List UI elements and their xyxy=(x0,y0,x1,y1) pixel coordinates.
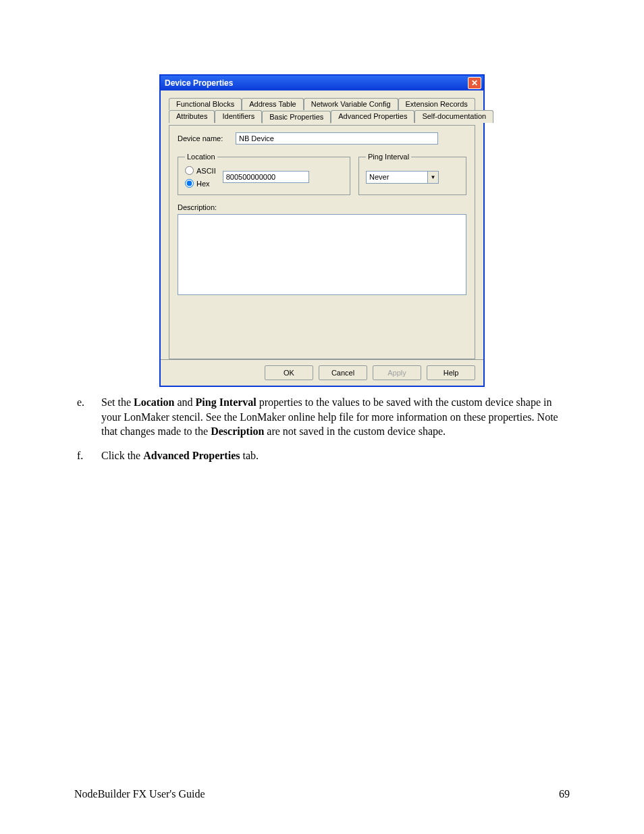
footer-page-number: 69 xyxy=(559,788,570,800)
description-label: Description: xyxy=(178,203,236,211)
tab-self-documentation[interactable]: Self-documentation xyxy=(414,110,493,123)
dialog-client-area: Functional Blocks Address Table Network … xyxy=(161,90,483,359)
tab-functional-blocks[interactable]: Functional Blocks xyxy=(169,98,242,110)
tab-network-variable-config[interactable]: Network Variable Config xyxy=(304,98,398,110)
location-group: Location ASCII Hex xyxy=(178,153,350,195)
tab-address-table[interactable]: Address Table xyxy=(242,98,304,110)
tab-panel: Device name: Location ASCII Hex Ping Int… xyxy=(169,125,475,359)
location-legend: Location xyxy=(185,153,217,161)
footer-left: NodeBuilder FX User's Guide xyxy=(74,788,205,800)
device-properties-dialog: Device Properties ✕ Functional Blocks Ad… xyxy=(159,74,485,387)
ping-interval-legend: Ping Interval xyxy=(366,153,411,161)
step-f: f. Click the Advanced Properties tab. xyxy=(74,448,570,463)
window-title: Device Properties xyxy=(165,78,233,88)
tab-advanced-properties[interactable]: Advanced Properties xyxy=(331,110,414,123)
tab-attributes[interactable]: Attributes xyxy=(169,110,215,123)
ping-interval-group: Ping Interval Never ▼ xyxy=(358,153,466,195)
ok-button[interactable]: OK xyxy=(265,365,313,380)
help-button[interactable]: Help xyxy=(427,365,475,380)
location-value-input[interactable] xyxy=(223,171,309,183)
page-footer: NodeBuilder FX User's Guide 69 xyxy=(74,788,570,800)
chevron-down-icon: ▼ xyxy=(427,172,438,183)
apply-button[interactable]: Apply xyxy=(373,365,421,380)
button-bar: OK Cancel Apply Help xyxy=(161,359,483,386)
cancel-button[interactable]: Cancel xyxy=(319,365,367,380)
ping-interval-select[interactable]: Never ▼ xyxy=(366,171,439,184)
device-name-label: Device name: xyxy=(178,134,236,142)
instruction-text: e. Set the Location and Ping Interval pr… xyxy=(74,395,570,463)
list-marker: e. xyxy=(74,395,101,439)
step-e: e. Set the Location and Ping Interval pr… xyxy=(74,395,570,439)
tab-extension-records[interactable]: Extension Records xyxy=(398,98,475,110)
tab-strip: Functional Blocks Address Table Network … xyxy=(169,97,475,122)
close-icon[interactable]: ✕ xyxy=(468,77,481,89)
list-marker: f. xyxy=(74,448,101,463)
device-name-input[interactable] xyxy=(236,132,438,145)
ping-interval-value: Never xyxy=(369,173,389,181)
tab-basic-properties[interactable]: Basic Properties xyxy=(262,111,331,124)
description-textarea[interactable] xyxy=(178,214,466,295)
titlebar: Device Properties ✕ xyxy=(161,76,483,90)
radio-hex[interactable]: Hex xyxy=(185,179,216,188)
radio-ascii[interactable]: ASCII xyxy=(185,166,216,175)
tab-identifiers[interactable]: Identifiers xyxy=(215,110,262,123)
